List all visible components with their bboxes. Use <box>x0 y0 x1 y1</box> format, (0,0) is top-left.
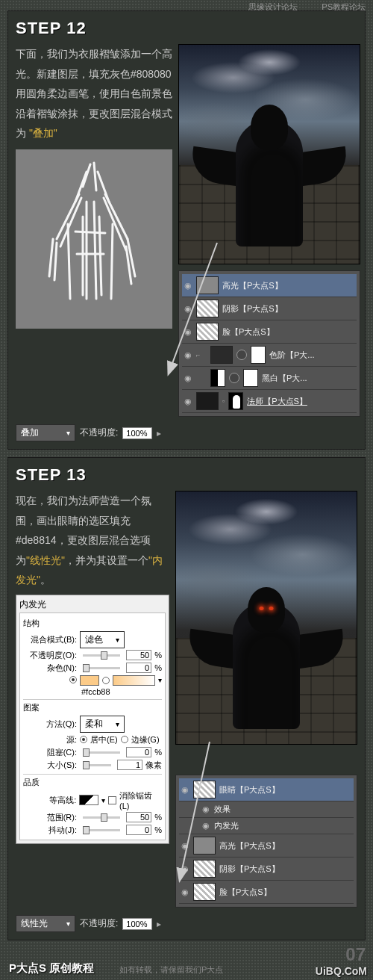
visibility-icon[interactable]: ◉ <box>181 785 189 795</box>
visibility-icon[interactable]: ◉ <box>184 281 192 291</box>
source-center-radio[interactable] <box>80 736 87 743</box>
antialias-label: 消除锯齿(L) <box>119 790 162 810</box>
visibility-icon[interactable]: ◉ <box>184 304 192 314</box>
visibility-icon[interactable]: ◉ <box>184 350 192 360</box>
source-center-label: 居中(E) <box>90 734 118 745</box>
color-swatch[interactable] <box>80 675 99 686</box>
contour-label: 等高线: <box>23 795 76 806</box>
visibility-icon[interactable]: ◉ <box>181 841 189 851</box>
fx-label: 效果 <box>214 804 231 815</box>
visibility-icon[interactable]: ◉ <box>184 327 192 337</box>
layer-name: 色阶【P大... <box>269 350 315 361</box>
size-slider[interactable] <box>83 764 111 766</box>
gradient-swatch[interactable] <box>113 675 155 686</box>
opacity-label: 不透明度: <box>80 917 118 930</box>
layer-row-highlight[interactable]: ◉ 高光【P大点S】 <box>182 274 357 297</box>
visibility-icon[interactable]: ◉ <box>181 887 189 897</box>
layer-name: 高光【P大点S】 <box>222 280 283 291</box>
page-number: 07 <box>345 944 366 965</box>
layer-row[interactable]: ◉ 高光【P大点S】 <box>179 834 354 858</box>
dialog-title: 内发光 <box>19 597 166 612</box>
step12-panel: STEP 12 下面，我们为衣服褶皱添加一个高光。新建图层，填充灰色#80808… <box>7 10 366 450</box>
source-edge-label: 边缘(G) <box>131 734 160 745</box>
choke-value[interactable]: 0 <box>126 747 151 757</box>
range-label: 范围(R): <box>23 812 77 823</box>
footer-note: 如有转载，请保留我们P大点 <box>119 964 223 976</box>
range-slider[interactable] <box>83 816 120 819</box>
layers-panel-12: ◉ 高光【P大点S】 ◉ 阴影【P大点S】 ◉ 脸【P大点S】 ◉ ⌐ <box>178 270 360 417</box>
layer-row[interactable]: ◉ 脸【P大点S】 <box>179 881 354 904</box>
visibility-icon[interactable]: ◉ <box>184 373 192 383</box>
layer-row[interactable]: ◉ ▫ 法师【P大点S】 <box>182 390 357 413</box>
layer-name: 高光【P大点S】 <box>219 840 280 852</box>
opacity-value[interactable]: 50 <box>126 650 151 660</box>
step13-text: 现在，我们为法师营造一个氛围，画出眼睛的选区填充#de8814，更改图层混合选项… <box>16 491 169 590</box>
color-hex: #fccb88 <box>81 687 110 696</box>
layer-thumb <box>196 323 219 341</box>
opacity-label: 不透明度: <box>80 427 118 439</box>
layer-row[interactable]: ◉ 阴影【P大点S】 <box>182 297 357 320</box>
px-label: 像素 <box>145 760 162 771</box>
range-value[interactable]: 50 <box>126 812 151 822</box>
layer-fx-row[interactable]: ◉ 效果 <box>179 801 354 818</box>
layers-panel-13: ◉ 眼睛【P大点S】 ◉ 效果 ◉ 内发光 ◉ 高光【P大点S】 <box>175 775 357 908</box>
step13-title: STEP 13 <box>16 465 357 485</box>
layer-row-eyes[interactable]: ◉ 眼睛【P大点S】 <box>179 778 354 801</box>
opacity-value[interactable]: 100% <box>122 918 152 930</box>
link-icon: ▫ <box>222 397 225 405</box>
gradient-radio[interactable] <box>102 677 110 684</box>
stepper-icon[interactable]: ▸ <box>157 919 161 929</box>
blend-dropdown[interactable]: 滤色 <box>80 631 125 648</box>
layer-row[interactable]: ◉ 黑白【P大... <box>182 367 357 390</box>
dropdown-icon[interactable]: ▾ <box>101 796 105 804</box>
layer-thumb <box>210 346 233 364</box>
dropdown-icon[interactable]: ▾ <box>158 676 162 684</box>
jitter-value[interactable]: 0 <box>126 825 151 835</box>
layer-name: 法师【P大点S】 <box>247 396 307 407</box>
layer-thumb <box>196 300 219 317</box>
pct-label: % <box>154 813 162 822</box>
pct-label: % <box>154 748 162 757</box>
watermark-right: UiBQ.CoM <box>316 965 367 977</box>
layer-row[interactable]: ◉ 阴影【P大点S】 <box>179 858 354 881</box>
contour-swatch[interactable] <box>79 795 98 805</box>
jitter-slider[interactable] <box>83 829 120 831</box>
layer-thumb <box>193 860 216 878</box>
scene-preview-13 <box>175 491 357 745</box>
blend-mode-dropdown[interactable]: 叠加 <box>16 424 75 441</box>
opacity-slider[interactable] <box>83 654 120 657</box>
scene-preview-12 <box>178 44 360 264</box>
inner-glow-dialog: 内发光 结构 混合模式(B): 滤色 不透明度(O): 50 % 杂色(N): <box>16 595 169 844</box>
size-value[interactable]: 1 <box>117 760 142 770</box>
antialias-checkbox[interactable] <box>108 796 116 804</box>
visibility-icon[interactable]: ◉ <box>184 397 192 406</box>
source-edge-radio[interactable] <box>121 736 128 743</box>
method-dropdown[interactable]: 柔和 <box>80 716 125 733</box>
choke-slider[interactable] <box>83 751 120 754</box>
noise-value[interactable]: 0 <box>126 663 151 673</box>
layer-name: 阴影【P大点S】 <box>219 863 280 875</box>
noise-slider[interactable] <box>83 667 120 669</box>
visibility-icon[interactable]: ◉ <box>201 804 210 814</box>
adjustment-icon <box>236 350 247 360</box>
layer-name: 脸【P大点S】 <box>219 887 272 898</box>
step12-text: 下面，我们为衣服褶皱添加一个高光。新建图层，填充灰色#808080用圆角柔边画笔… <box>16 44 172 143</box>
visibility-icon[interactable]: ◉ <box>201 821 210 831</box>
blend-mode-dropdown[interactable]: 线性光 <box>16 915 75 932</box>
visibility-icon[interactable]: ◉ <box>181 864 189 874</box>
group-structure: 结构 <box>23 618 162 629</box>
layer-fx-row[interactable]: ◉ 内发光 <box>179 818 354 834</box>
layer-thumb <box>193 883 216 901</box>
link-icon: ⌐ <box>196 351 207 359</box>
step12-title: STEP 12 <box>16 19 357 38</box>
layer-row[interactable]: ◉ 脸【P大点S】 <box>182 320 357 344</box>
layer-row[interactable]: ◉ ⌐ 色阶【P大... <box>182 344 357 367</box>
source-label: 源: <box>23 734 77 745</box>
group-quality: 品质 <box>23 777 162 788</box>
stepper-icon[interactable]: ▸ <box>157 428 161 438</box>
opacity-value[interactable]: 100% <box>122 427 152 439</box>
layer-thumb <box>210 369 225 387</box>
noise-label: 杂色(N): <box>23 663 77 674</box>
opacity-label: 不透明度(O): <box>23 650 77 661</box>
color-radio[interactable] <box>69 676 77 683</box>
